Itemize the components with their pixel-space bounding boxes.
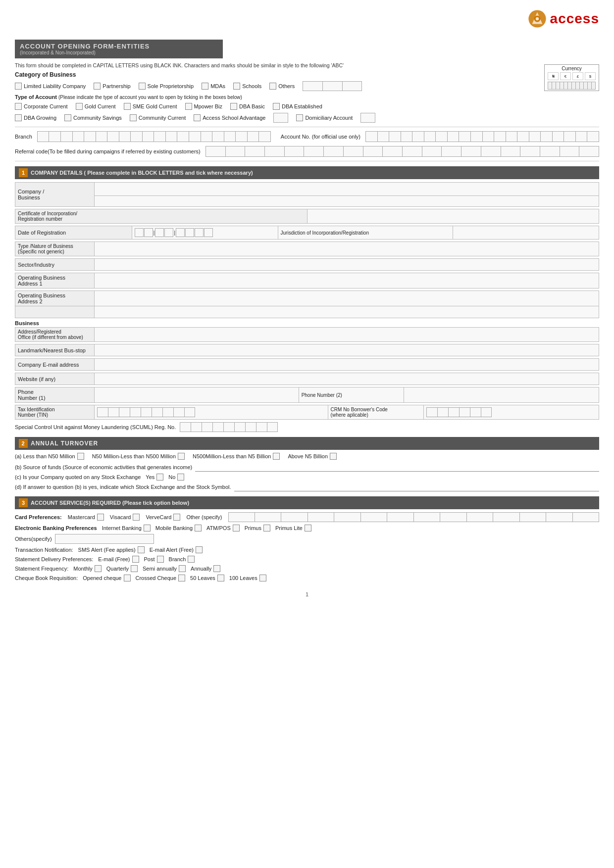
ebp-atm[interactable]: ATM/POS — [206, 525, 240, 531]
checkbox-annually[interactable] — [213, 565, 220, 572]
checkbox-delivery-post[interactable] — [157, 556, 164, 563]
phone1-value[interactable] — [95, 387, 299, 403]
jurisdiction-value[interactable] — [453, 226, 599, 240]
category-partnership[interactable]: Partnership — [94, 83, 130, 90]
card-mastercard[interactable]: Mastercard — [68, 514, 104, 521]
checkbox-llc[interactable] — [15, 83, 22, 90]
card-other[interactable]: Other (specify) — [186, 514, 222, 520]
category-llc[interactable]: Limited Liability Company — [15, 83, 86, 90]
cheque-opened[interactable]: Opened cheque — [83, 575, 130, 581]
checkbox-verve[interactable] — [173, 514, 180, 521]
ebp-primus-lite[interactable]: Primus Lite — [275, 525, 311, 531]
account-dba-basic[interactable]: DBA Basic — [230, 103, 265, 110]
biz-addr-value[interactable] — [95, 328, 599, 342]
stock-no[interactable]: No — [168, 474, 184, 481]
checkbox-others[interactable] — [269, 83, 276, 90]
checkbox-dba-growing[interactable] — [15, 114, 22, 121]
freq-annually[interactable]: Annually — [191, 565, 220, 572]
op-addr2-value2[interactable] — [95, 306, 599, 318]
checkbox-quarterly[interactable] — [131, 565, 138, 572]
card-visacard[interactable]: Visacard — [110, 514, 140, 521]
turnover-500-5b[interactable]: N500Million-Less than N5 Billion — [193, 453, 280, 460]
checkbox-monthly[interactable] — [95, 565, 102, 572]
notif-email[interactable]: E-mail Alert (Free) — [150, 546, 203, 553]
checkbox-sme-gold[interactable] — [124, 103, 131, 110]
account-corporate[interactable]: Corporate Current — [15, 103, 68, 110]
checkbox-stock-yes[interactable] — [156, 474, 163, 481]
checkbox-sole[interactable] — [139, 83, 146, 90]
account-dba-growing[interactable]: DBA Growing — [15, 114, 56, 121]
account-school-adv[interactable]: Access School Advantage — [194, 114, 265, 121]
checkbox-community-current[interactable] — [130, 114, 137, 121]
checkbox-100-leaves[interactable] — [259, 575, 266, 581]
checkbox-primus-lite[interactable] — [305, 525, 311, 531]
account-domiciliary[interactable]: Domiciliary Account — [296, 114, 353, 121]
category-others[interactable]: Others — [269, 83, 295, 90]
account-sme-gold[interactable]: SME Gold Current — [124, 103, 177, 110]
checkbox-delivery-branch[interactable] — [188, 556, 195, 563]
checkbox-internet[interactable] — [144, 525, 151, 531]
ebp-mobile[interactable]: Mobile Banking — [155, 525, 202, 531]
turnover-50-500[interactable]: N50 Million-Less than N500 Million — [92, 453, 185, 460]
checkbox-crossed[interactable] — [178, 575, 185, 581]
landmark-value[interactable] — [95, 344, 599, 356]
checkbox-school-adv[interactable] — [194, 114, 201, 121]
checkbox-visacard[interactable] — [133, 514, 140, 521]
checkbox-mastercard[interactable] — [97, 514, 104, 521]
checkbox-stock-no[interactable] — [177, 474, 184, 481]
freq-quarterly[interactable]: Quarterly — [106, 565, 138, 572]
card-verve[interactable]: VerveCard — [146, 514, 180, 521]
checkbox-partnership[interactable] — [94, 83, 101, 90]
website-value[interactable] — [95, 373, 599, 385]
turnover-above5b[interactable]: Above N5 Billion — [288, 453, 337, 460]
checkbox-semi[interactable] — [179, 565, 186, 572]
cheque-crossed[interactable]: Crossed Cheque — [136, 575, 186, 581]
delivery-branch[interactable]: Branch — [169, 556, 195, 563]
category-schools[interactable]: Schools — [233, 83, 261, 90]
delivery-email[interactable]: E-mail (Free) — [98, 556, 139, 563]
ebp-internet[interactable]: Internet Banking — [102, 525, 151, 531]
checkbox-atm[interactable] — [233, 525, 240, 531]
checkbox-mpower[interactable] — [185, 103, 192, 110]
others-specify-input[interactable] — [55, 534, 154, 544]
checkbox-lt50[interactable] — [77, 453, 84, 460]
category-mdas[interactable]: MDAs — [202, 83, 225, 90]
checkbox-schools[interactable] — [233, 83, 240, 90]
op-addr1-value[interactable] — [95, 273, 599, 289]
cert-value[interactable] — [307, 209, 599, 224]
checkbox-opened[interactable] — [124, 575, 131, 581]
sector-value[interactable] — [95, 259, 599, 271]
company-value2[interactable] — [95, 196, 599, 207]
account-community-current[interactable]: Community Current — [130, 114, 186, 121]
date-reg-value[interactable]: | | — [132, 226, 278, 240]
delivery-post[interactable]: Post — [144, 556, 164, 563]
company-value1[interactable] — [95, 183, 599, 196]
tin-value[interactable] — [95, 405, 328, 420]
checkbox-above5b[interactable] — [330, 453, 337, 460]
turnover-lt50[interactable]: (a) Less than N50 Million — [15, 453, 84, 460]
cheque-100[interactable]: 100 Leaves — [229, 575, 266, 581]
checkbox-domiciliary[interactable] — [296, 114, 303, 121]
checkbox-gold[interactable] — [76, 103, 83, 110]
checkbox-corporate[interactable] — [15, 103, 22, 110]
checkbox-500-5b[interactable] — [273, 453, 280, 460]
type-nature-value[interactable] — [95, 242, 599, 256]
account-community-savings[interactable]: Community Savings — [64, 114, 122, 121]
crm-value[interactable] — [424, 405, 599, 420]
checkbox-mobile[interactable] — [195, 525, 202, 531]
checkbox-mdas[interactable] — [202, 83, 208, 90]
freq-semi[interactable]: Semi annually — [143, 565, 186, 572]
checkbox-primus[interactable] — [263, 525, 270, 531]
checkbox-email-notif[interactable] — [196, 546, 203, 553]
source-input[interactable] — [195, 463, 599, 472]
notif-sms[interactable]: SMS Alert (Fee applies) — [78, 546, 145, 553]
cheque-50[interactable]: 50 Leaves — [190, 575, 224, 581]
freq-monthly[interactable]: Monthly — [73, 565, 102, 572]
stock-symbol-input[interactable] — [234, 482, 599, 491]
phone2-value[interactable] — [404, 387, 599, 403]
checkbox-50-leaves[interactable] — [217, 575, 224, 581]
category-sole[interactable]: Sole Proprietorship — [139, 83, 194, 90]
checkbox-sms[interactable] — [138, 546, 145, 553]
checkbox-dba-basic[interactable] — [230, 103, 237, 110]
checkbox-delivery-email[interactable] — [132, 556, 139, 563]
